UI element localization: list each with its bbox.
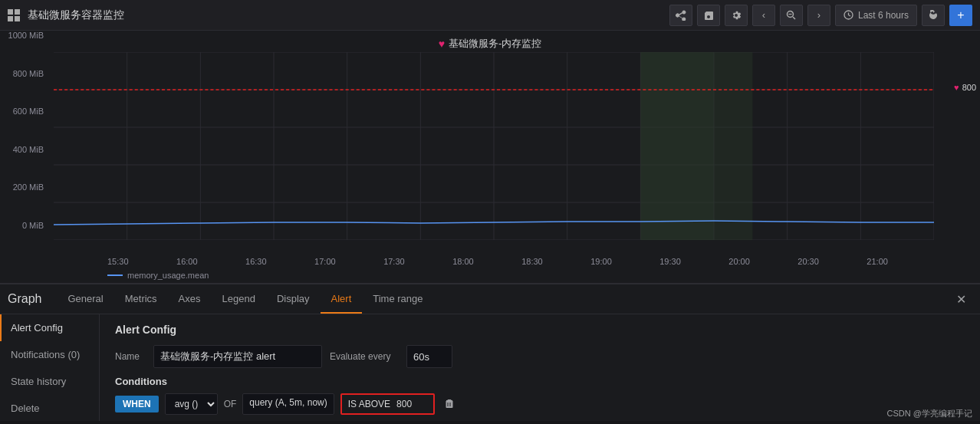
evaluate-label: Evaluate every [330,351,399,362]
is-above-condition: IS ABOVE [340,393,435,415]
svg-line-1 [793,17,795,19]
conditions-title: Conditions [115,376,965,387]
sidebar: Alert Config Notifications (0) State his… [0,314,100,421]
nav-left-button[interactable]: ‹ [752,5,775,26]
notifications-badge: (0) [67,349,80,360]
when-badge: WHEN [115,396,159,412]
add-panel-button[interactable]: + [949,5,972,26]
name-row: Name Evaluate every [115,345,965,368]
grid-icon [8,9,20,21]
delete-condition-button[interactable] [441,395,458,414]
tabs-panel: Graph General Metrics Axes Legend Displa… [0,284,980,421]
chart-title: ♥ 基础微服务-内存监控 [0,31,980,54]
x-label-1730: 17:30 [383,257,405,266]
name-input[interactable] [153,345,322,368]
is-above-label: IS ABOVE [348,399,390,409]
x-label-1630: 16:30 [245,257,267,266]
y-label-400: 400 MiB [13,145,44,154]
y-label-200: 200 MiB [13,182,44,192]
time-range-button[interactable]: Last 6 hours [835,5,917,26]
func-select[interactable]: avg () [165,393,218,415]
sidebar-item-alert-config[interactable]: Alert Config [0,314,99,341]
svg-rect-22 [640,52,714,240]
threshold-label: ♥ 800 [954,83,976,92]
sidebar-item-notifications[interactable]: Notifications (0) [0,341,99,368]
query-display: query (A, 5m, now) [242,393,334,415]
section-title: Graph [8,284,41,314]
chart-title-text: 基础微服务-内存监控 [449,37,541,51]
save-button[interactable] [697,5,720,26]
evaluate-input[interactable] [406,345,452,368]
conditions-row: WHEN avg () OF query (A, 5m, now) IS ABO… [115,393,965,415]
x-label-2100: 21:00 [867,257,888,266]
x-label-1700: 17:00 [314,257,336,266]
close-button[interactable]: ✕ [950,286,972,313]
x-label-1930: 19:30 [659,257,681,266]
tab-time-range[interactable]: Time range [362,285,433,314]
chart-area: ♥ 基础微服务-内存监控 1000 MiB 800 MiB 600 MiB 40… [0,31,980,284]
topbar: 基础微服务容器监控 ‹ › Last 6 hours + [0,0,980,31]
svg-rect-23 [714,52,752,240]
heart-icon: ♥ [439,38,445,50]
sidebar-item-state-history[interactable]: State history [0,368,99,395]
y-label-800: 800 MiB [13,69,44,78]
legend-line [107,274,123,276]
threshold-input[interactable] [396,399,427,409]
credit-text: CSDN @学亮编程手记 [887,408,972,419]
chart-canvas: ♥ 800 [54,52,934,240]
share-button[interactable] [669,5,692,26]
x-label-2000: 20:00 [728,257,750,266]
x-label-1830: 18:30 [521,257,543,266]
time-range-label: Last 6 hours [858,10,909,21]
dashboard-title: 基础微服务容器监控 [28,8,124,22]
content-area: Alert Config Notifications (0) State his… [0,314,980,421]
chart-svg [54,52,934,240]
nav-right-button[interactable]: › [807,5,830,26]
config-title: Alert Config [115,324,965,336]
x-label-1800: 18:00 [452,257,474,266]
zoom-button[interactable] [780,5,803,26]
topbar-left: 基础微服务容器监控 [8,8,124,22]
settings-button[interactable] [725,5,748,26]
x-label-1600: 16:00 [176,257,198,266]
tab-alert[interactable]: Alert [321,285,363,314]
y-label-600: 600 MiB [13,107,44,116]
threshold-value: 800 [962,83,976,92]
y-label-0: 0 MiB [22,221,44,230]
tab-general[interactable]: General [57,285,113,314]
tab-legend[interactable]: Legend [212,285,266,314]
y-axis: 1000 MiB 800 MiB 600 MiB 400 MiB 200 MiB… [0,31,50,230]
main-config: Alert Config Name Evaluate every Conditi… [100,314,980,421]
tab-display[interactable]: Display [266,285,321,314]
tabs-header: Graph General Metrics Axes Legend Displa… [0,284,980,314]
name-label: Name [115,351,146,362]
topbar-right: ‹ › Last 6 hours + [669,5,972,26]
legend-label: memory_usage.mean [127,271,209,280]
sidebar-item-delete[interactable]: Delete [0,395,99,421]
x-label-1530: 15:30 [107,257,129,266]
refresh-button[interactable] [922,5,945,26]
legend-row: memory_usage.mean [107,271,209,280]
tab-metrics[interactable]: Metrics [114,285,168,314]
x-label-2030: 20:30 [797,257,819,266]
x-label-1900: 19:00 [590,257,612,266]
y-label-1000: 1000 MiB [8,31,44,40]
x-axis: 15:30 16:00 16:30 17:00 17:30 18:00 18:3… [107,254,888,266]
of-label: OF [224,399,237,409]
tab-axes[interactable]: Axes [168,285,212,314]
